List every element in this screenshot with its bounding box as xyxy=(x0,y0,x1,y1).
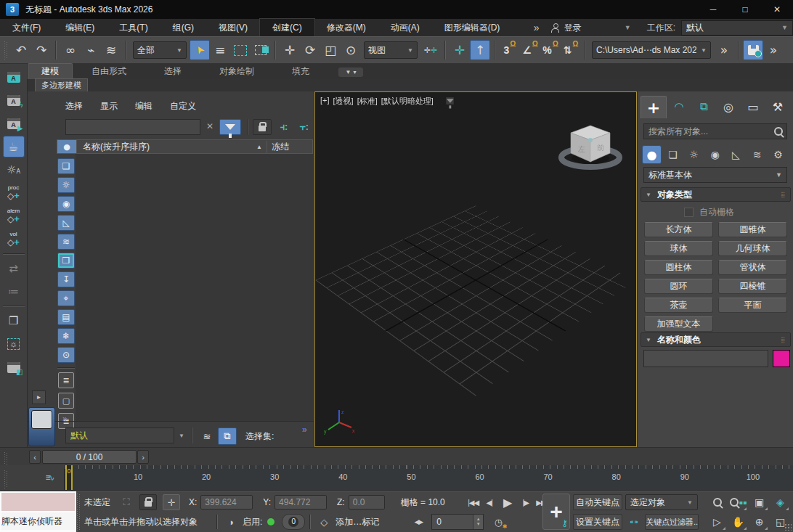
viewport-pov-menu[interactable]: [透视] xyxy=(333,96,354,107)
percent-snap-button[interactable]: %Ω xyxy=(540,40,560,60)
create-圆柱体-button[interactable]: 圆柱体 xyxy=(644,260,713,275)
search-filter-button[interactable] xyxy=(219,119,241,135)
menu-item[interactable]: 工具(T) xyxy=(107,19,160,36)
redo-button[interactable]: ↷ xyxy=(31,40,52,60)
previous-frame-button[interactable]: ‹ xyxy=(29,450,41,464)
select-and-manipulate-button[interactable]: ✛ xyxy=(450,40,470,60)
filter-visibility-button[interactable]: ⊙ xyxy=(57,347,75,363)
ribbon-tab[interactable]: 选择 xyxy=(145,64,200,79)
current-frame-marker[interactable]: 0 xyxy=(65,465,73,490)
category-lights-button[interactable]: ☼ xyxy=(684,145,704,164)
ribbon-minimize-dropdown[interactable]: ▼▾ xyxy=(338,67,363,77)
y-coordinate-field[interactable]: 494.772 xyxy=(274,495,327,510)
tab-display[interactable]: ▭ xyxy=(741,96,765,118)
explorer-menu-选择[interactable]: 选择 xyxy=(65,100,83,112)
selection-lock-button[interactable] xyxy=(139,494,157,510)
ribbon-tab[interactable]: 建模 xyxy=(28,63,73,79)
time-configuration-button[interactable]: ◷✱ xyxy=(489,514,507,530)
filter-helpers-button[interactable]: ◺ xyxy=(57,215,75,231)
undo-button[interactable]: ↶ xyxy=(11,40,31,60)
filter-bones-button[interactable]: ⌖ xyxy=(57,290,75,306)
render-setup-button[interactable]: ☕ xyxy=(3,136,25,157)
toolbar-drag-handle[interactable] xyxy=(4,41,8,60)
reference-coordinate-system-dropdown[interactable]: 视图▼ xyxy=(364,41,418,59)
explorer-menu-编辑[interactable]: 编辑 xyxy=(135,100,152,112)
time-tag-cube-icon[interactable]: ◇ xyxy=(315,514,333,530)
blank-toggle-button[interactable]: ▢ xyxy=(58,393,74,409)
mini-curve-editor-button[interactable]: ≡∿ xyxy=(41,469,60,486)
alembic-add-button[interactable]: alem◇+ xyxy=(3,205,25,227)
active-layer-dropdown[interactable]: 默认 xyxy=(65,427,174,443)
filter-containers-button[interactable]: ▤ xyxy=(57,309,75,325)
viewport-layout-tab-button[interactable] xyxy=(28,407,55,446)
toolbar-overflow-right-button[interactable]: » xyxy=(763,40,784,60)
ribbon-tab[interactable]: 填充 xyxy=(273,64,328,79)
close-button[interactable]: ✕ xyxy=(761,0,793,19)
key-mode-toggle-icon[interactable]: ◀▶ xyxy=(410,514,427,530)
ribbon-tab[interactable]: 对象绘制 xyxy=(200,64,273,79)
tab-create[interactable]: + xyxy=(640,96,667,118)
login-button[interactable]: 登录 ▼ xyxy=(545,22,637,34)
menu-item[interactable]: 组(G) xyxy=(160,19,206,36)
create-管状体-button[interactable]: 管状体 xyxy=(718,260,787,275)
create-平面-button[interactable]: 平面 xyxy=(718,298,787,313)
key-filters-button[interactable]: 关键点过滤器.. xyxy=(645,514,699,530)
unlink-selection-button[interactable]: ⌁ xyxy=(81,40,101,60)
scene-script-editor-button[interactable]: ◧ xyxy=(3,356,25,378)
create-四棱锥-button[interactable]: 四棱锥 xyxy=(718,279,787,294)
select-and-link-button[interactable]: ∞ xyxy=(60,40,81,60)
set-key-button[interactable]: 设置关键点 xyxy=(573,514,622,530)
drag-handle[interactable] xyxy=(4,470,8,488)
strip-overflow-icon[interactable]: » xyxy=(62,414,66,424)
toolbar-overflow-button[interactable]: » xyxy=(714,40,734,60)
track-bar-ruler[interactable]: 0 102030405060708090100 xyxy=(64,465,793,490)
filter-groups-button[interactable]: ❒ xyxy=(57,253,75,269)
workspace-dropdown[interactable]: 默认 ▼ xyxy=(681,20,793,36)
expand-tree-button[interactable]: ⫞: xyxy=(274,119,293,135)
create-茶壶-button[interactable]: 茶壶 xyxy=(644,298,713,313)
create-长方体-button[interactable]: 长方体 xyxy=(644,222,713,237)
name-column-header[interactable]: 名称(按升序排序) ▲ xyxy=(77,141,267,153)
project-folder-dropdown[interactable]: C:\Users\Ad⋯ds Max 2026▼ xyxy=(592,41,711,59)
menu-overflow-icon[interactable]: » xyxy=(526,22,545,33)
minimize-button[interactable]: ─ xyxy=(697,0,729,19)
viewport-general-menu[interactable]: [+] xyxy=(320,96,330,107)
category-cameras-button[interactable]: ◉ xyxy=(705,145,725,164)
filter-space-warps-button[interactable]: ≋ xyxy=(57,234,75,250)
keyboard-shortcut-override-button[interactable]: ↑ xyxy=(470,40,490,60)
substitute-button[interactable]: ⇄ xyxy=(3,258,25,279)
maximize-button[interactable]: □ xyxy=(729,0,761,19)
frame-spinner[interactable]: ▲▼ xyxy=(473,515,483,529)
volume-add-button[interactable]: vol◇+ xyxy=(3,229,25,250)
filter-lights-button[interactable]: ☼ xyxy=(57,177,75,193)
subcategory-dropdown[interactable]: 标准基本体 ▼ xyxy=(643,167,787,183)
object-search-input[interactable] xyxy=(643,123,787,139)
render-presets-button[interactable]: ❐ xyxy=(3,310,25,332)
category-shapes-button[interactable]: ❏ xyxy=(663,145,683,164)
maxscript-run-button[interactable]: A▶ xyxy=(3,112,25,134)
explorer-menu-显示[interactable]: 显示 xyxy=(100,100,118,112)
layout-tabs-expand-button[interactable]: ► xyxy=(32,390,46,404)
zoom-extents-button[interactable]: ▣ xyxy=(749,493,770,512)
create-加强型文本-button[interactable]: 加强型文本 xyxy=(644,316,713,332)
frozen-column-header[interactable]: 冻结 xyxy=(267,141,312,153)
go-to-start-button[interactable]: |◀◀ xyxy=(465,494,481,510)
drag-handle[interactable] xyxy=(77,493,81,531)
tab-modify[interactable]: ◠ xyxy=(667,96,691,118)
scene-explorer-search-input[interactable] xyxy=(65,119,200,135)
autosave-button[interactable] xyxy=(743,40,763,60)
category-space-warps-button[interactable]: ≋ xyxy=(747,145,767,164)
create-几何球体-button[interactable]: 几何球体 xyxy=(718,241,787,256)
isolate-selection-icon[interactable]: ⛶ xyxy=(118,494,135,510)
explorer-menu-自定义[interactable]: 自定义 xyxy=(170,100,196,112)
viewport-filter-button[interactable] xyxy=(446,97,454,105)
tab-motion[interactable]: ◎ xyxy=(716,96,741,118)
display-influences-button[interactable]: ≣ xyxy=(58,372,74,388)
proc-add-button[interactable]: proc◇+ xyxy=(3,182,25,204)
key-mode-dropdown[interactable]: 选定对象 ▼ xyxy=(625,494,698,510)
type-column-header[interactable]: ● xyxy=(57,140,77,153)
field-of-view-button[interactable]: ▷ xyxy=(707,512,728,531)
time-slider-handle[interactable]: 0 / 100 xyxy=(42,450,137,464)
hierarchy-view-button[interactable]: ⧉ xyxy=(218,427,237,445)
key-brackets-icon[interactable]: ⁌⁍ xyxy=(625,514,643,530)
